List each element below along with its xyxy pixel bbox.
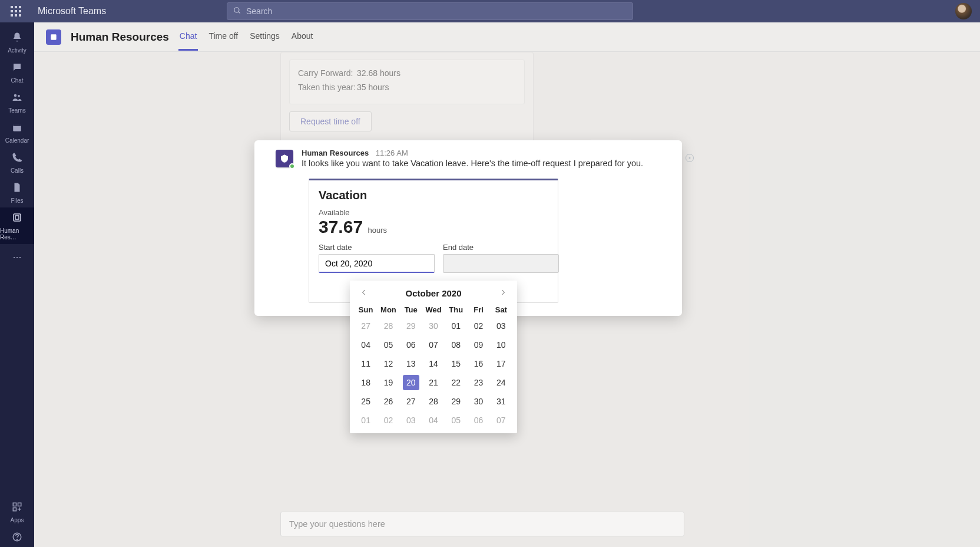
- calendar-day-cell[interactable]: 05: [377, 335, 399, 354]
- card-title: Vacation: [319, 189, 548, 202]
- svg-rect-12: [13, 508, 16, 511]
- compose-box[interactable]: [280, 512, 684, 536]
- calendar-day-cell[interactable]: 16: [467, 354, 489, 373]
- search-box[interactable]: [227, 2, 633, 20]
- calendar-day-cell[interactable]: 28: [377, 317, 399, 335]
- rail-files[interactable]: Files: [0, 177, 34, 207]
- app-name: Microsoft Teams: [38, 6, 106, 17]
- calendar-day-cell[interactable]: 03: [400, 411, 422, 430]
- calendar-day-cell[interactable]: 20: [400, 373, 422, 392]
- calendar-day-cell[interactable]: 03: [490, 317, 512, 335]
- calendar-day-cell[interactable]: 13: [400, 354, 422, 373]
- calendar-day-cell[interactable]: 11: [355, 354, 377, 373]
- read-receipt-icon: [686, 154, 694, 162]
- rail-human-resources[interactable]: Human Res…: [0, 207, 34, 244]
- svg-point-3: [18, 95, 20, 97]
- svg-point-0: [234, 7, 239, 12]
- tab-time-off[interactable]: Time off: [207, 23, 239, 51]
- calendar-day-cell[interactable]: 02: [467, 317, 489, 335]
- svg-rect-10: [13, 503, 16, 506]
- calendar-day-cell[interactable]: 04: [422, 411, 445, 430]
- start-date-input[interactable]: [319, 254, 435, 273]
- tab-about[interactable]: About: [290, 23, 314, 51]
- calendar-day-header: Sat: [490, 303, 512, 317]
- svg-point-2: [14, 94, 17, 97]
- calendar-day-cell[interactable]: 02: [377, 411, 399, 430]
- conversation-header: Human Resources Chat Time off Settings A…: [34, 22, 980, 52]
- rail-chat-label: Chat: [11, 77, 23, 84]
- tab-chat[interactable]: Chat: [178, 23, 198, 51]
- previous-time-off-card: Carry Forward: 32.68 hours Taken this ye…: [280, 52, 534, 143]
- search-input[interactable]: [246, 6, 627, 16]
- svg-point-16: [689, 157, 691, 159]
- rail-calendar[interactable]: Calendar: [0, 117, 34, 147]
- calendar-day-cell[interactable]: 15: [445, 354, 467, 373]
- calendar-day-cell[interactable]: 18: [355, 373, 377, 392]
- rail-more[interactable]: ···: [12, 244, 21, 271]
- search-icon: [233, 6, 241, 17]
- hr-app-icon: [12, 212, 22, 226]
- calendar-day-cell[interactable]: 23: [467, 373, 489, 392]
- calendar-day-cell[interactable]: 19: [377, 373, 399, 392]
- calendar-day-cell[interactable]: 30: [467, 392, 489, 411]
- rail-apps[interactable]: Apps: [0, 497, 34, 527]
- user-avatar[interactable]: [955, 3, 972, 19]
- next-month-button[interactable]: [497, 288, 509, 298]
- tab-settings[interactable]: Settings: [249, 23, 281, 51]
- calendar-day-cell[interactable]: 22: [445, 373, 467, 392]
- phone-icon: [12, 152, 22, 166]
- calendar-day-cell[interactable]: 31: [490, 392, 512, 411]
- calendar-day-cell[interactable]: 29: [445, 392, 467, 411]
- app-rail: Activity Chat Teams Calendar Calls: [0, 22, 34, 547]
- calendar-day-cell[interactable]: 06: [467, 411, 489, 430]
- app-launcher-icon[interactable]: [11, 6, 21, 17]
- calendar-day-cell[interactable]: 10: [490, 335, 512, 354]
- calendar-day-cell[interactable]: 09: [467, 335, 489, 354]
- calendar-day-cell[interactable]: 01: [445, 317, 467, 335]
- calendar-day-cell[interactable]: 21: [422, 373, 445, 392]
- calendar-day-header: Mon: [377, 303, 399, 317]
- calendar-day-cell[interactable]: 04: [355, 335, 377, 354]
- rail-calls-label: Calls: [11, 167, 24, 174]
- rail-calls[interactable]: Calls: [0, 147, 34, 177]
- calendar-day-cell[interactable]: 01: [355, 411, 377, 430]
- calendar-day-cell[interactable]: 27: [355, 317, 377, 335]
- teams-icon: [12, 92, 22, 106]
- header-app-icon: [46, 29, 61, 45]
- prev-month-button[interactable]: [358, 288, 370, 298]
- compose-input[interactable]: [289, 519, 676, 529]
- available-value: 37.67: [319, 217, 363, 237]
- end-date-input[interactable]: [443, 254, 559, 273]
- calendar-day-cell[interactable]: 14: [422, 354, 445, 373]
- calendar-month-label: October 2020: [405, 288, 461, 298]
- calendar-icon: [12, 122, 22, 136]
- calendar-day-cell[interactable]: 07: [490, 411, 512, 430]
- calendar-day-cell[interactable]: 17: [490, 354, 512, 373]
- calendar-day-cell[interactable]: 07: [422, 335, 445, 354]
- rail-teams[interactable]: Teams: [0, 87, 34, 117]
- rail-activity[interactable]: Activity: [0, 27, 34, 57]
- calendar-day-cell[interactable]: 26: [377, 392, 399, 411]
- calendar-day-cell[interactable]: 24: [490, 373, 512, 392]
- rail-help[interactable]: [0, 527, 34, 547]
- calendar-day-cell[interactable]: 25: [355, 392, 377, 411]
- chat-icon: [12, 62, 22, 75]
- taken-this-year-value: 35 hours: [357, 83, 389, 92]
- calendar-day-cell[interactable]: 12: [377, 354, 399, 373]
- calendar-day-cell[interactable]: 27: [400, 392, 422, 411]
- calendar-day-cell[interactable]: 29: [400, 317, 422, 335]
- page-title: Human Resources: [71, 31, 169, 44]
- rail-teams-label: Teams: [8, 107, 25, 114]
- request-time-off-button[interactable]: Request time off: [289, 111, 372, 131]
- calendar-day-cell[interactable]: 05: [445, 411, 467, 430]
- bot-name: Human Resources: [302, 149, 369, 157]
- available-unit: hours: [368, 226, 388, 235]
- calendar-day-cell[interactable]: 28: [422, 392, 445, 411]
- calendar-day-cell[interactable]: 06: [400, 335, 422, 354]
- title-bar: Microsoft Teams: [0, 0, 980, 22]
- calendar-day-cell[interactable]: 30: [422, 317, 445, 335]
- rail-chat[interactable]: Chat: [0, 57, 34, 87]
- rail-activity-label: Activity: [8, 47, 27, 54]
- calendar-day-cell[interactable]: 08: [445, 335, 467, 354]
- calendar-day-header: Thu: [445, 303, 467, 317]
